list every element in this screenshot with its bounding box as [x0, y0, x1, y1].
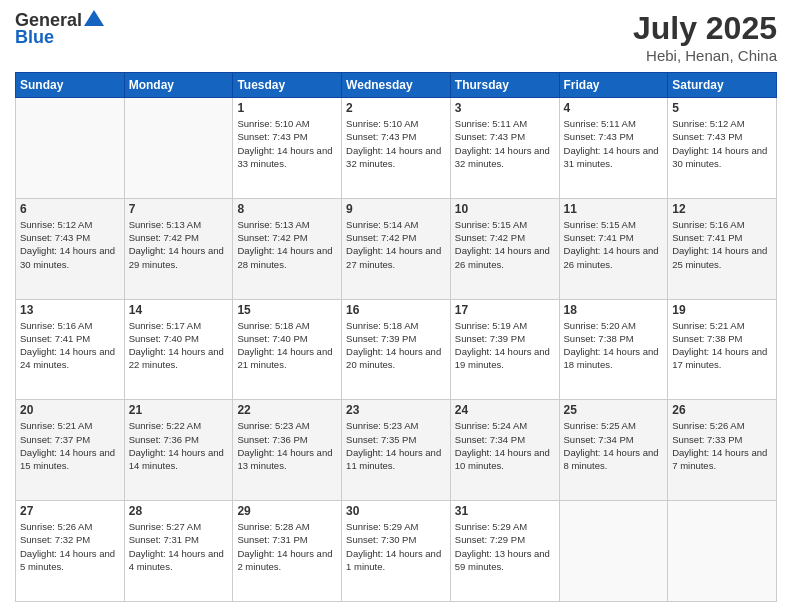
day-info: Sunrise: 5:11 AMSunset: 7:43 PMDaylight:…	[455, 117, 555, 170]
calendar-cell: 1Sunrise: 5:10 AMSunset: 7:43 PMDaylight…	[233, 98, 342, 199]
calendar-cell: 7Sunrise: 5:13 AMSunset: 7:42 PMDaylight…	[124, 198, 233, 299]
day-info: Sunrise: 5:26 AMSunset: 7:33 PMDaylight:…	[672, 419, 772, 472]
day-number: 31	[455, 504, 555, 518]
calendar-cell: 15Sunrise: 5:18 AMSunset: 7:40 PMDayligh…	[233, 299, 342, 400]
day-info: Sunrise: 5:29 AMSunset: 7:29 PMDaylight:…	[455, 520, 555, 573]
day-info: Sunrise: 5:17 AMSunset: 7:40 PMDaylight:…	[129, 319, 229, 372]
day-info: Sunrise: 5:29 AMSunset: 7:30 PMDaylight:…	[346, 520, 446, 573]
calendar-cell: 10Sunrise: 5:15 AMSunset: 7:42 PMDayligh…	[450, 198, 559, 299]
calendar-cell: 6Sunrise: 5:12 AMSunset: 7:43 PMDaylight…	[16, 198, 125, 299]
day-number: 15	[237, 303, 337, 317]
day-info: Sunrise: 5:18 AMSunset: 7:39 PMDaylight:…	[346, 319, 446, 372]
day-number: 10	[455, 202, 555, 216]
calendar-week-row: 6Sunrise: 5:12 AMSunset: 7:43 PMDaylight…	[16, 198, 777, 299]
day-info: Sunrise: 5:10 AMSunset: 7:43 PMDaylight:…	[237, 117, 337, 170]
calendar-cell: 29Sunrise: 5:28 AMSunset: 7:31 PMDayligh…	[233, 501, 342, 602]
calendar-week-row: 13Sunrise: 5:16 AMSunset: 7:41 PMDayligh…	[16, 299, 777, 400]
day-number: 1	[237, 101, 337, 115]
day-number: 13	[20, 303, 120, 317]
day-info: Sunrise: 5:11 AMSunset: 7:43 PMDaylight:…	[564, 117, 664, 170]
calendar-cell: 2Sunrise: 5:10 AMSunset: 7:43 PMDaylight…	[342, 98, 451, 199]
location-title: Hebi, Henan, China	[633, 47, 777, 64]
day-number: 29	[237, 504, 337, 518]
day-number: 21	[129, 403, 229, 417]
day-number: 4	[564, 101, 664, 115]
day-number: 27	[20, 504, 120, 518]
day-number: 20	[20, 403, 120, 417]
day-info: Sunrise: 5:12 AMSunset: 7:43 PMDaylight:…	[20, 218, 120, 271]
day-info: Sunrise: 5:21 AMSunset: 7:37 PMDaylight:…	[20, 419, 120, 472]
calendar-cell: 20Sunrise: 5:21 AMSunset: 7:37 PMDayligh…	[16, 400, 125, 501]
day-number: 18	[564, 303, 664, 317]
day-number: 11	[564, 202, 664, 216]
day-info: Sunrise: 5:28 AMSunset: 7:31 PMDaylight:…	[237, 520, 337, 573]
day-info: Sunrise: 5:23 AMSunset: 7:35 PMDaylight:…	[346, 419, 446, 472]
day-number: 7	[129, 202, 229, 216]
calendar-header-thursday: Thursday	[450, 73, 559, 98]
calendar-cell	[668, 501, 777, 602]
calendar-week-row: 1Sunrise: 5:10 AMSunset: 7:43 PMDaylight…	[16, 98, 777, 199]
logo-icon	[84, 10, 104, 26]
calendar-cell: 31Sunrise: 5:29 AMSunset: 7:29 PMDayligh…	[450, 501, 559, 602]
calendar-cell: 11Sunrise: 5:15 AMSunset: 7:41 PMDayligh…	[559, 198, 668, 299]
calendar-header-saturday: Saturday	[668, 73, 777, 98]
calendar-cell: 5Sunrise: 5:12 AMSunset: 7:43 PMDaylight…	[668, 98, 777, 199]
calendar-cell: 27Sunrise: 5:26 AMSunset: 7:32 PMDayligh…	[16, 501, 125, 602]
calendar-cell: 23Sunrise: 5:23 AMSunset: 7:35 PMDayligh…	[342, 400, 451, 501]
day-number: 16	[346, 303, 446, 317]
day-number: 8	[237, 202, 337, 216]
header: General Blue July 2025 Hebi, Henan, Chin…	[15, 10, 777, 64]
day-number: 19	[672, 303, 772, 317]
day-number: 5	[672, 101, 772, 115]
day-info: Sunrise: 5:12 AMSunset: 7:43 PMDaylight:…	[672, 117, 772, 170]
day-number: 28	[129, 504, 229, 518]
calendar-cell	[559, 501, 668, 602]
day-info: Sunrise: 5:27 AMSunset: 7:31 PMDaylight:…	[129, 520, 229, 573]
svg-marker-0	[84, 10, 104, 26]
day-number: 24	[455, 403, 555, 417]
calendar-week-row: 20Sunrise: 5:21 AMSunset: 7:37 PMDayligh…	[16, 400, 777, 501]
day-number: 2	[346, 101, 446, 115]
day-info: Sunrise: 5:16 AMSunset: 7:41 PMDaylight:…	[20, 319, 120, 372]
calendar-header-tuesday: Tuesday	[233, 73, 342, 98]
day-info: Sunrise: 5:13 AMSunset: 7:42 PMDaylight:…	[129, 218, 229, 271]
day-info: Sunrise: 5:15 AMSunset: 7:42 PMDaylight:…	[455, 218, 555, 271]
day-info: Sunrise: 5:24 AMSunset: 7:34 PMDaylight:…	[455, 419, 555, 472]
calendar-cell: 3Sunrise: 5:11 AMSunset: 7:43 PMDaylight…	[450, 98, 559, 199]
calendar-header-friday: Friday	[559, 73, 668, 98]
day-number: 26	[672, 403, 772, 417]
calendar-header-wednesday: Wednesday	[342, 73, 451, 98]
month-title: July 2025	[633, 10, 777, 47]
day-number: 17	[455, 303, 555, 317]
day-info: Sunrise: 5:23 AMSunset: 7:36 PMDaylight:…	[237, 419, 337, 472]
day-info: Sunrise: 5:14 AMSunset: 7:42 PMDaylight:…	[346, 218, 446, 271]
day-number: 23	[346, 403, 446, 417]
calendar-cell: 18Sunrise: 5:20 AMSunset: 7:38 PMDayligh…	[559, 299, 668, 400]
day-info: Sunrise: 5:25 AMSunset: 7:34 PMDaylight:…	[564, 419, 664, 472]
calendar-header-sunday: Sunday	[16, 73, 125, 98]
day-number: 6	[20, 202, 120, 216]
day-number: 22	[237, 403, 337, 417]
calendar-cell: 22Sunrise: 5:23 AMSunset: 7:36 PMDayligh…	[233, 400, 342, 501]
calendar-cell: 30Sunrise: 5:29 AMSunset: 7:30 PMDayligh…	[342, 501, 451, 602]
calendar-cell: 26Sunrise: 5:26 AMSunset: 7:33 PMDayligh…	[668, 400, 777, 501]
day-info: Sunrise: 5:21 AMSunset: 7:38 PMDaylight:…	[672, 319, 772, 372]
day-info: Sunrise: 5:26 AMSunset: 7:32 PMDaylight:…	[20, 520, 120, 573]
calendar-table: SundayMondayTuesdayWednesdayThursdayFrid…	[15, 72, 777, 602]
calendar-cell: 13Sunrise: 5:16 AMSunset: 7:41 PMDayligh…	[16, 299, 125, 400]
calendar-header-monday: Monday	[124, 73, 233, 98]
day-info: Sunrise: 5:16 AMSunset: 7:41 PMDaylight:…	[672, 218, 772, 271]
day-number: 3	[455, 101, 555, 115]
day-info: Sunrise: 5:10 AMSunset: 7:43 PMDaylight:…	[346, 117, 446, 170]
day-info: Sunrise: 5:15 AMSunset: 7:41 PMDaylight:…	[564, 218, 664, 271]
day-info: Sunrise: 5:20 AMSunset: 7:38 PMDaylight:…	[564, 319, 664, 372]
calendar-cell: 12Sunrise: 5:16 AMSunset: 7:41 PMDayligh…	[668, 198, 777, 299]
calendar-cell: 19Sunrise: 5:21 AMSunset: 7:38 PMDayligh…	[668, 299, 777, 400]
day-number: 12	[672, 202, 772, 216]
day-number: 25	[564, 403, 664, 417]
calendar-cell: 21Sunrise: 5:22 AMSunset: 7:36 PMDayligh…	[124, 400, 233, 501]
calendar-cell	[124, 98, 233, 199]
calendar-cell: 24Sunrise: 5:24 AMSunset: 7:34 PMDayligh…	[450, 400, 559, 501]
calendar-cell	[16, 98, 125, 199]
calendar-cell: 8Sunrise: 5:13 AMSunset: 7:42 PMDaylight…	[233, 198, 342, 299]
